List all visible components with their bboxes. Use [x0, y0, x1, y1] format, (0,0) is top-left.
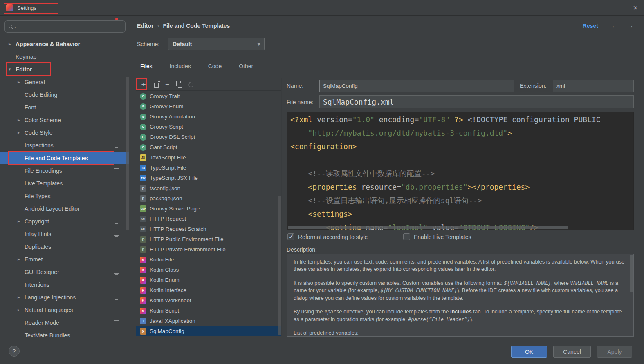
sidebar-item-natural-languages[interactable]: Natural Languages: [0, 304, 129, 316]
template-item-label: Groovy Script: [150, 124, 183, 130]
template-item-label: Kotlin Enum: [150, 277, 180, 283]
sidebar-item-appearance-behavior[interactable]: Appearance & Behavior: [0, 38, 129, 50]
sidebar-item-reader-mode[interactable]: Reader Mode: [0, 316, 129, 329]
duplicate-template-button[interactable]: [174, 79, 184, 89]
description-scrollbar[interactable]: [630, 255, 633, 292]
search-history-chevron-icon[interactable]: ▾: [14, 25, 16, 29]
scheme-dropdown[interactable]: Default: [168, 38, 265, 50]
sidebar-item-file-encodings[interactable]: File Encodings: [0, 164, 129, 177]
sidebar-item-intentions[interactable]: Intentions: [0, 278, 129, 291]
sidebar-item-language-injections[interactable]: Language Injections: [0, 291, 129, 304]
cancel-button[interactable]: Cancel: [553, 346, 591, 358]
apply-button[interactable]: Apply: [597, 346, 632, 358]
template-item-kotlin-class[interactable]: KKotlin Class: [136, 265, 281, 275]
breadcrumb-editor[interactable]: Editor: [137, 22, 153, 29]
template-item-typescript-file[interactable]: TSTypeScript File: [136, 163, 281, 173]
sidebar-item-inspections[interactable]: Inspections: [0, 139, 129, 152]
template-name-input[interactable]: [319, 80, 514, 92]
sidebar-item-font[interactable]: Font: [0, 101, 129, 114]
template-item-tsconfig-json[interactable]: {}tsconfig.json: [136, 183, 281, 193]
template-filename-input[interactable]: [319, 95, 634, 108]
api-file-icon: API: [140, 216, 146, 222]
sidebar-item-android-layout-editor[interactable]: Android Layout Editor: [0, 202, 129, 215]
chevron-right-icon[interactable]: [18, 79, 25, 85]
back-arrow-icon[interactable]: [611, 22, 618, 30]
kotlin-file-icon: K: [140, 287, 146, 294]
chevron-right-icon[interactable]: [18, 117, 25, 123]
tab-includes[interactable]: Includes: [170, 63, 191, 69]
chevron-right-icon[interactable]: [9, 41, 16, 47]
sidebar-item-file-and-code-templates[interactable]: File and Code Templates: [0, 152, 129, 164]
reformat-checkbox[interactable]: [287, 233, 294, 240]
sidebar-scrollbar[interactable]: [126, 77, 129, 230]
template-code-editor[interactable]: <?xml version="1.0" encoding="UTF-8" ?> …: [287, 112, 634, 230]
template-item-javafxapplication[interactable]: JJavaFXApplication: [136, 316, 281, 326]
sidebar-item-code-editing[interactable]: Code Editing: [0, 88, 129, 101]
screen-badge-icon: [114, 219, 119, 223]
chevron-right-icon[interactable]: [18, 295, 25, 300]
sidebar-item-duplicates[interactable]: Duplicates: [0, 240, 129, 253]
template-item-groovy-server-page[interactable]: GSPGroovy Server Page: [136, 203, 281, 214]
template-item-http-public-environment-file[interactable]: {}HTTP Public Environment File: [136, 234, 281, 244]
template-item-groovy-enum[interactable]: GGroovy Enum: [136, 101, 281, 112]
add-template-button[interactable]: [138, 79, 149, 89]
help-button[interactable]: ?: [9, 346, 20, 357]
sidebar-item-code-style[interactable]: Code Style: [0, 126, 129, 139]
sidebar-item-keymap[interactable]: Keymap: [0, 50, 129, 63]
chevron-right-icon[interactable]: [18, 257, 25, 262]
template-list-scrollbar[interactable]: [278, 196, 281, 335]
sidebar-item-general[interactable]: General: [0, 76, 129, 88]
template-item-sqlmapconfig[interactable]: XSqlMapConfig: [136, 326, 281, 336]
template-item-groovy-dsl-script[interactable]: GGroovy DSL Script: [136, 132, 281, 142]
reset-link[interactable]: Reset: [583, 22, 598, 29]
sidebar-item-label: Code Editing: [25, 92, 57, 98]
chevron-down-icon[interactable]: [9, 67, 16, 72]
reset-template-button[interactable]: [186, 79, 196, 89]
settings-search-box[interactable]: ▾: [4, 20, 126, 33]
template-item-http-request[interactable]: APIHTTP Request: [136, 214, 281, 224]
search-input[interactable]: [18, 24, 121, 30]
template-item-package-json[interactable]: {}package.json: [136, 193, 281, 203]
sidebar-item-color-scheme[interactable]: Color Scheme: [0, 114, 129, 126]
remove-template-button[interactable]: [162, 79, 173, 89]
add-child-template-button[interactable]: [150, 79, 161, 89]
sidebar-item-inlay-hints[interactable]: Inlay Hints: [0, 228, 129, 240]
close-icon[interactable]: [633, 4, 638, 12]
template-item-http-request-scratch[interactable]: APIHTTP Request Scratch: [136, 224, 281, 234]
sidebar-item-file-types[interactable]: File Types: [0, 190, 129, 202]
template-item-kotlin-worksheet[interactable]: KKotlin Worksheet: [136, 295, 281, 306]
template-item-groovy-script[interactable]: GGroovy Script: [136, 122, 281, 132]
template-item-kotlin-file[interactable]: KKotlin File: [136, 255, 281, 265]
sidebar-item-copyright[interactable]: Copyright: [0, 215, 129, 228]
sidebar-item-label: Duplicates: [25, 243, 51, 250]
tab-files[interactable]: Files: [140, 63, 153, 69]
kotlin-file-icon: K: [140, 277, 146, 284]
breadcrumb: Editor File and Code Templates: [137, 22, 230, 29]
chevron-right-icon[interactable]: [18, 219, 25, 224]
sidebar-item-live-templates[interactable]: Live Templates: [0, 177, 129, 190]
chevron-right-icon[interactable]: [18, 307, 25, 313]
template-extension-input[interactable]: [553, 80, 634, 92]
chevron-right-icon[interactable]: [18, 130, 25, 135]
sidebar-item-emmet[interactable]: Emmet: [0, 253, 129, 266]
template-item-groovy-annotation[interactable]: GGroovy Annotation: [136, 112, 281, 122]
template-item-gant-script[interactable]: GGant Script: [136, 142, 281, 152]
template-item-label: Kotlin Script: [150, 308, 179, 314]
editor-horizontal-scrollbar[interactable]: [288, 226, 568, 229]
template-item-kotlin-interface[interactable]: KKotlin Interface: [136, 285, 281, 295]
tab-other[interactable]: Other: [239, 63, 253, 69]
template-item-javascript-file[interactable]: JSJavaScript File: [136, 152, 281, 163]
sidebar-item-gui-designer[interactable]: GUI Designer: [0, 266, 129, 278]
template-item-groovy-trait[interactable]: GGroovy Trait: [136, 91, 281, 101]
sidebar-item-editor[interactable]: Editor: [0, 63, 129, 76]
sidebar-item-label: Editor: [16, 66, 32, 73]
template-item-kotlin-script[interactable]: KKotlin Script: [136, 306, 281, 316]
live-templates-checkbox[interactable]: [403, 233, 410, 240]
ok-button[interactable]: OK: [511, 346, 547, 358]
tab-code[interactable]: Code: [208, 63, 222, 69]
template-item-http-private-environment-file[interactable]: {}HTTP Private Environment File: [136, 244, 281, 255]
forward-arrow-icon[interactable]: [627, 22, 634, 30]
template-item-kotlin-enum[interactable]: KKotlin Enum: [136, 275, 281, 285]
template-item-typescript-jsx-file[interactable]: TSXTypeScript JSX File: [136, 173, 281, 183]
sidebar-item-textmate-bundles[interactable]: TextMate Bundles: [0, 329, 129, 341]
